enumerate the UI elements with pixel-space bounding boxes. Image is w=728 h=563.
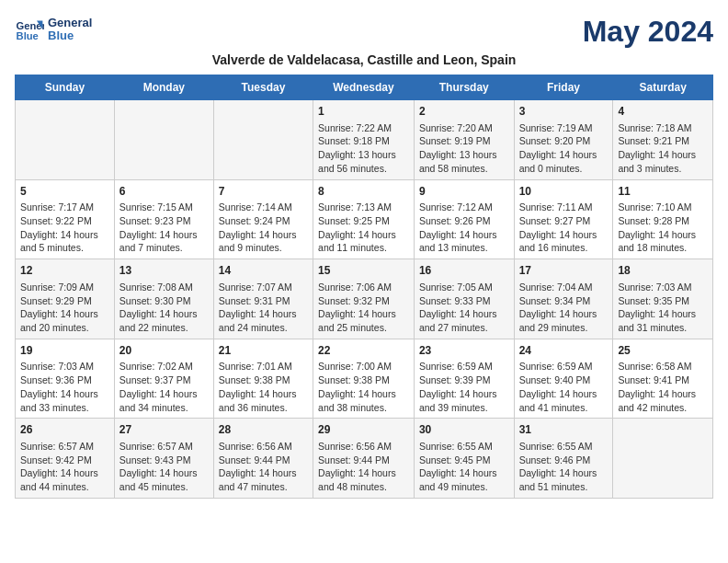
- calendar-cell: 14Sunrise: 7:07 AM Sunset: 9:31 PM Dayli…: [213, 259, 313, 339]
- calendar-cell: 3Sunrise: 7:19 AM Sunset: 9:20 PM Daylig…: [514, 100, 613, 180]
- header-thursday: Thursday: [414, 75, 514, 100]
- day-number: 4: [618, 104, 708, 120]
- day-number: 3: [519, 104, 609, 120]
- calendar-cell: 19Sunrise: 7:03 AM Sunset: 9:36 PM Dayli…: [16, 339, 115, 419]
- calendar-cell: 6Sunrise: 7:15 AM Sunset: 9:23 PM Daylig…: [114, 179, 213, 259]
- calendar-cell: 27Sunrise: 6:57 AM Sunset: 9:43 PM Dayli…: [114, 419, 213, 499]
- calendar-cell: 16Sunrise: 7:05 AM Sunset: 9:33 PM Dayli…: [414, 259, 514, 339]
- day-number: 15: [318, 263, 409, 279]
- page-header: General Blue General Blue May 2024: [15, 15, 713, 49]
- day-content: Sunrise: 7:10 AM Sunset: 9:28 PM Dayligh…: [618, 201, 708, 255]
- day-number: 29: [318, 422, 409, 438]
- calendar-cell: 1Sunrise: 7:22 AM Sunset: 9:18 PM Daylig…: [313, 100, 415, 180]
- day-content: Sunrise: 7:19 AM Sunset: 9:20 PM Dayligh…: [519, 121, 609, 176]
- day-content: Sunrise: 6:57 AM Sunset: 9:42 PM Dayligh…: [20, 440, 109, 494]
- location-subtitle: Valverde de Valdelacasa, Castille and Le…: [15, 52, 713, 67]
- calendar-cell: 29Sunrise: 6:56 AM Sunset: 9:44 PM Dayli…: [313, 419, 415, 499]
- day-number: 8: [318, 184, 409, 200]
- calendar-cell: [213, 100, 313, 180]
- day-number: 11: [618, 184, 708, 200]
- calendar-header-row: SundayMondayTuesdayWednesdayThursdayFrid…: [16, 75, 713, 100]
- day-number: 9: [419, 184, 509, 200]
- day-number: 21: [219, 343, 308, 359]
- day-content: Sunrise: 6:59 AM Sunset: 9:39 PM Dayligh…: [419, 360, 509, 414]
- day-content: Sunrise: 7:15 AM Sunset: 9:23 PM Dayligh…: [119, 201, 209, 255]
- day-content: Sunrise: 7:14 AM Sunset: 9:24 PM Dayligh…: [219, 201, 308, 255]
- calendar-cell: 15Sunrise: 7:06 AM Sunset: 9:32 PM Dayli…: [313, 259, 415, 339]
- logo: General Blue General Blue: [15, 15, 92, 44]
- day-content: Sunrise: 7:06 AM Sunset: 9:32 PM Dayligh…: [318, 281, 409, 335]
- header-wednesday: Wednesday: [313, 75, 415, 100]
- calendar-week-4: 26Sunrise: 6:57 AM Sunset: 9:42 PM Dayli…: [16, 419, 713, 499]
- calendar-cell: 28Sunrise: 6:56 AM Sunset: 9:44 PM Dayli…: [213, 419, 313, 499]
- calendar-cell: 26Sunrise: 6:57 AM Sunset: 9:42 PM Dayli…: [16, 419, 115, 499]
- calendar-cell: 18Sunrise: 7:03 AM Sunset: 9:35 PM Dayli…: [613, 259, 713, 339]
- day-content: Sunrise: 7:08 AM Sunset: 9:30 PM Dayligh…: [119, 281, 209, 335]
- day-content: Sunrise: 6:59 AM Sunset: 9:40 PM Dayligh…: [519, 360, 609, 414]
- day-content: Sunrise: 7:03 AM Sunset: 9:35 PM Dayligh…: [618, 281, 708, 335]
- calendar-cell: 13Sunrise: 7:08 AM Sunset: 9:30 PM Dayli…: [114, 259, 213, 339]
- calendar-cell: 4Sunrise: 7:18 AM Sunset: 9:21 PM Daylig…: [613, 100, 713, 180]
- day-content: Sunrise: 7:00 AM Sunset: 9:38 PM Dayligh…: [318, 360, 409, 414]
- calendar-cell: 5Sunrise: 7:17 AM Sunset: 9:22 PM Daylig…: [16, 179, 115, 259]
- day-number: 6: [119, 184, 209, 200]
- day-content: Sunrise: 6:56 AM Sunset: 9:44 PM Dayligh…: [318, 440, 409, 494]
- day-content: Sunrise: 7:01 AM Sunset: 9:38 PM Dayligh…: [219, 360, 308, 414]
- calendar-cell: 12Sunrise: 7:09 AM Sunset: 9:29 PM Dayli…: [16, 259, 115, 339]
- header-friday: Friday: [514, 75, 613, 100]
- calendar-table: SundayMondayTuesdayWednesdayThursdayFrid…: [15, 75, 713, 499]
- calendar-cell: 11Sunrise: 7:10 AM Sunset: 9:28 PM Dayli…: [613, 179, 713, 259]
- day-number: 27: [119, 422, 209, 438]
- day-content: Sunrise: 6:56 AM Sunset: 9:44 PM Dayligh…: [219, 440, 308, 494]
- calendar-cell: 10Sunrise: 7:11 AM Sunset: 9:27 PM Dayli…: [514, 179, 613, 259]
- day-number: 10: [519, 184, 609, 200]
- day-content: Sunrise: 7:07 AM Sunset: 9:31 PM Dayligh…: [219, 281, 308, 335]
- day-content: Sunrise: 7:22 AM Sunset: 9:18 PM Dayligh…: [318, 121, 409, 176]
- calendar-cell: 7Sunrise: 7:14 AM Sunset: 9:24 PM Daylig…: [213, 179, 313, 259]
- day-content: Sunrise: 7:09 AM Sunset: 9:29 PM Dayligh…: [20, 281, 109, 335]
- calendar-cell: 20Sunrise: 7:02 AM Sunset: 9:37 PM Dayli…: [114, 339, 213, 419]
- day-content: Sunrise: 7:04 AM Sunset: 9:34 PM Dayligh…: [519, 281, 609, 335]
- day-content: Sunrise: 7:11 AM Sunset: 9:27 PM Dayligh…: [519, 201, 609, 255]
- calendar-cell: 25Sunrise: 6:58 AM Sunset: 9:41 PM Dayli…: [613, 339, 713, 419]
- calendar-week-3: 19Sunrise: 7:03 AM Sunset: 9:36 PM Dayli…: [16, 339, 713, 419]
- day-number: 14: [219, 263, 308, 279]
- calendar-cell: 9Sunrise: 7:12 AM Sunset: 9:26 PM Daylig…: [414, 179, 514, 259]
- calendar-cell: 8Sunrise: 7:13 AM Sunset: 9:25 PM Daylig…: [313, 179, 415, 259]
- day-number: 5: [20, 184, 109, 200]
- calendar-cell: 31Sunrise: 6:55 AM Sunset: 9:46 PM Dayli…: [514, 419, 613, 499]
- logo-icon: General Blue: [15, 15, 44, 44]
- calendar-cell: 17Sunrise: 7:04 AM Sunset: 9:34 PM Dayli…: [514, 259, 613, 339]
- calendar-body: 1Sunrise: 7:22 AM Sunset: 9:18 PM Daylig…: [16, 100, 713, 499]
- day-content: Sunrise: 6:55 AM Sunset: 9:46 PM Dayligh…: [519, 440, 609, 494]
- calendar-week-0: 1Sunrise: 7:22 AM Sunset: 9:18 PM Daylig…: [16, 100, 713, 180]
- calendar-cell: [114, 100, 213, 180]
- calendar-cell: [613, 419, 713, 499]
- day-number: 7: [219, 184, 308, 200]
- day-content: Sunrise: 7:13 AM Sunset: 9:25 PM Dayligh…: [318, 201, 409, 255]
- header-sunday: Sunday: [16, 75, 115, 100]
- day-number: 12: [20, 263, 109, 279]
- day-number: 13: [119, 263, 209, 279]
- calendar-cell: 22Sunrise: 7:00 AM Sunset: 9:38 PM Dayli…: [313, 339, 415, 419]
- calendar-cell: [16, 100, 115, 180]
- calendar-week-2: 12Sunrise: 7:09 AM Sunset: 9:29 PM Dayli…: [16, 259, 713, 339]
- day-content: Sunrise: 7:17 AM Sunset: 9:22 PM Dayligh…: [20, 201, 109, 255]
- day-content: Sunrise: 7:05 AM Sunset: 9:33 PM Dayligh…: [419, 281, 509, 335]
- day-number: 23: [419, 343, 509, 359]
- day-number: 28: [219, 422, 308, 438]
- day-number: 31: [519, 422, 609, 438]
- header-tuesday: Tuesday: [213, 75, 313, 100]
- day-content: Sunrise: 7:20 AM Sunset: 9:19 PM Dayligh…: [419, 121, 509, 176]
- day-content: Sunrise: 7:12 AM Sunset: 9:26 PM Dayligh…: [419, 201, 509, 255]
- calendar-cell: 2Sunrise: 7:20 AM Sunset: 9:19 PM Daylig…: [414, 100, 514, 180]
- day-number: 20: [119, 343, 209, 359]
- day-number: 24: [519, 343, 609, 359]
- day-content: Sunrise: 7:18 AM Sunset: 9:21 PM Dayligh…: [618, 121, 708, 176]
- day-number: 30: [419, 422, 509, 438]
- header-monday: Monday: [114, 75, 213, 100]
- day-content: Sunrise: 7:02 AM Sunset: 9:37 PM Dayligh…: [119, 360, 209, 414]
- calendar-cell: 30Sunrise: 6:55 AM Sunset: 9:45 PM Dayli…: [414, 419, 514, 499]
- calendar-week-1: 5Sunrise: 7:17 AM Sunset: 9:22 PM Daylig…: [16, 179, 713, 259]
- calendar-cell: 21Sunrise: 7:01 AM Sunset: 9:38 PM Dayli…: [213, 339, 313, 419]
